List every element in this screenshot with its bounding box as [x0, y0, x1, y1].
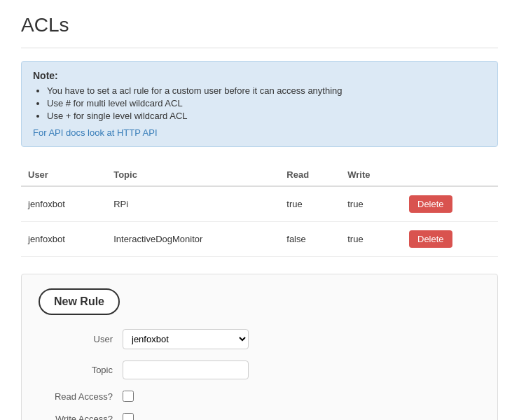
user-label: User [39, 334, 123, 344]
note-bullet-2: Use # for multi level wildcard ACL [47, 98, 486, 108]
col-actions [402, 164, 498, 186]
note-bullet-3: Use + for single level wildcard ACL [47, 111, 486, 121]
cell-read: true [279, 186, 340, 222]
note-list: You have to set a acl rule for a custom … [33, 85, 486, 121]
note-bullet-1: You have to set a acl rule for a custom … [47, 85, 486, 96]
cell-read: false [279, 222, 340, 257]
read-access-label: Read Access? [39, 391, 123, 402]
write-access-row: Write Access? [39, 413, 480, 420]
cell-write: true [340, 186, 402, 222]
topic-label: Topic [39, 365, 123, 375]
cell-delete: Delete [402, 186, 498, 222]
acl-table: User Topic Read Write jenfoxbot RPi true… [21, 164, 498, 257]
cell-topic: InteractiveDogMonitor [106, 222, 279, 257]
cell-user: jenfoxbot [21, 186, 106, 222]
user-row: User jenfoxbot [39, 329, 480, 349]
table-row: jenfoxbot RPi true true Delete [21, 186, 498, 222]
table-row: jenfoxbot InteractiveDogMonitor false tr… [21, 222, 498, 257]
delete-button[interactable]: Delete [409, 230, 452, 248]
topic-row: Topic [39, 360, 480, 379]
delete-button[interactable]: Delete [409, 195, 452, 213]
topic-input[interactable] [123, 360, 249, 379]
page-title: ACLs [21, 14, 498, 36]
cell-user: jenfoxbot [21, 222, 106, 257]
user-select[interactable]: jenfoxbot [123, 329, 249, 349]
write-access-label: Write Access? [39, 414, 123, 421]
read-access-checkbox[interactable] [123, 391, 134, 402]
note-title: Note: [33, 70, 486, 81]
col-write: Write [340, 164, 402, 186]
new-rule-title: New Rule [39, 288, 120, 315]
col-read: Read [279, 164, 340, 186]
cell-delete: Delete [402, 222, 498, 257]
read-access-row: Read Access? [39, 391, 480, 402]
note-box: Note: You have to set a acl rule for a c… [21, 61, 498, 147]
title-divider [21, 48, 498, 48]
table-header-row: User Topic Read Write [21, 164, 498, 186]
col-user: User [21, 164, 106, 186]
cell-write: true [340, 222, 402, 257]
new-rule-section: New Rule User jenfoxbot Topic Read Acces… [21, 274, 498, 420]
http-api-link[interactable]: For API docs look at HTTP API [33, 127, 158, 138]
col-topic: Topic [106, 164, 279, 186]
cell-topic: RPi [106, 186, 279, 222]
write-access-checkbox[interactable] [123, 413, 134, 420]
